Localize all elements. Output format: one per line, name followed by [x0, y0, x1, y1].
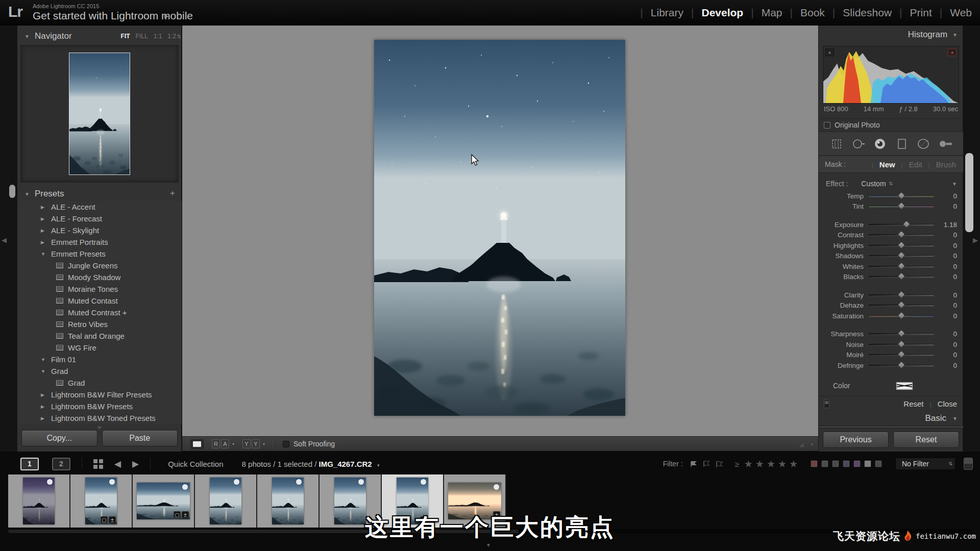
- preset-folder-triangle-icon[interactable]: ▼: [41, 357, 47, 362]
- moire-slider[interactable]: [869, 354, 934, 356]
- preset-folder-triangle-icon[interactable]: ▶: [41, 228, 47, 233]
- zoom-option[interactable]: FIT: [121, 33, 130, 40]
- preset-row[interactable]: ▶ ALE - Skylight: [17, 224, 182, 236]
- effect-close-button[interactable]: Close: [924, 399, 957, 408]
- exposure-slider[interactable]: [869, 224, 934, 226]
- color-label-chip[interactable]: [875, 460, 882, 467]
- identity-plate-caret-icon[interactable]: ▶: [164, 13, 168, 19]
- quick-collection-badge[interactable]: [494, 484, 499, 490]
- split-view-dropdown-icon[interactable]: ▾: [263, 442, 265, 446]
- crop-badge-icon[interactable]: ▢: [101, 516, 108, 523]
- basic-collapse-icon[interactable]: ▼: [952, 416, 958, 421]
- preset-row[interactable]: ▼ Film 01: [17, 354, 182, 365]
- previous-photo-icon[interactable]: ◀: [114, 459, 121, 469]
- color-label-chip[interactable]: [864, 460, 871, 467]
- presets-collapse-icon[interactable]: ▼: [24, 191, 30, 197]
- filmstrip-cell[interactable]: [257, 474, 320, 528]
- preset-row[interactable]: Retro Vibes: [17, 318, 182, 330]
- quick-collection-badge[interactable]: [421, 479, 426, 485]
- filter-enable-switch[interactable]: [964, 458, 973, 470]
- shadows-slider[interactable]: [869, 255, 934, 257]
- filmstrip-cell[interactable]: ±: [444, 474, 506, 528]
- original-photo-checkbox[interactable]: [824, 122, 830, 129]
- color-label-chip[interactable]: [821, 460, 828, 467]
- temp-slider[interactable]: [869, 195, 934, 197]
- quick-collection-badge[interactable]: [358, 479, 364, 485]
- preset-folder-triangle-icon[interactable]: ▼: [41, 252, 47, 257]
- effect-preset-dropdown[interactable]: Custom: [861, 180, 886, 188]
- histogram-collapse-icon[interactable]: ▼: [952, 32, 958, 38]
- preset-row[interactable]: Teal and Orange: [17, 330, 182, 342]
- filmstrip-cell[interactable]: ±: [382, 474, 444, 528]
- collapse-left-panel-icon[interactable]: ◀: [2, 236, 7, 244]
- preset-row[interactable]: ▼ Grad: [17, 365, 182, 377]
- module-tab[interactable]: Slideshow: [825, 7, 892, 19]
- shadow-clipping-button[interactable]: ▲: [825, 48, 834, 56]
- clarity-slider[interactable]: [869, 294, 934, 296]
- preset-row[interactable]: Muted Contrast +: [17, 307, 182, 318]
- left-scrollbar-thumb[interactable]: [9, 185, 15, 198]
- flag-picked-icon[interactable]: [690, 460, 698, 467]
- highlights-slider[interactable]: [869, 245, 934, 246]
- filmstrip-cell[interactable]: [195, 474, 257, 528]
- quick-collection-badge[interactable]: [234, 479, 239, 485]
- quick-collection-badge[interactable]: [296, 479, 302, 485]
- preset-row[interactable]: Moody Shadow: [17, 271, 182, 283]
- module-tab[interactable]: Web: [932, 7, 972, 19]
- add-preset-icon[interactable]: +: [170, 188, 175, 198]
- toolbar-options-caret-icon[interactable]: ▾: [811, 442, 813, 447]
- rating-ge-icon[interactable]: ≥: [735, 460, 739, 468]
- preset-folder-triangle-icon[interactable]: ▶: [41, 416, 47, 421]
- graduated-filter-tool-icon[interactable]: [895, 137, 909, 151]
- photo-thumbnail[interactable]: ±: [448, 483, 501, 519]
- preset-row[interactable]: ▶ Lightroom B&W Toned Presets: [17, 412, 182, 424]
- mask-option[interactable]: Brush: [922, 160, 956, 169]
- photo-thumbnail[interactable]: [23, 478, 55, 524]
- adjustment-badge-icon[interactable]: ±: [109, 516, 116, 523]
- filmstrip-cell[interactable]: ▢ ±: [133, 474, 195, 528]
- zoom-swap-icon[interactable]: ⇅: [177, 34, 181, 39]
- module-tab[interactable]: Library: [632, 7, 683, 19]
- color-label-chip[interactable]: [853, 460, 861, 467]
- color-label-chip[interactable]: [811, 460, 818, 467]
- quick-collection-badge[interactable]: [109, 479, 115, 485]
- after-view-button[interactable]: A: [221, 439, 229, 448]
- soft-proofing-checkbox[interactable]: [283, 441, 289, 447]
- preset-row[interactable]: Jungle Greens: [17, 260, 182, 271]
- filmstrip-cell[interactable]: [8, 474, 70, 528]
- histogram-graph[interactable]: ▲ ▲: [823, 46, 959, 104]
- adjustment-badge-icon[interactable]: ±: [493, 511, 500, 518]
- filmstrip-scrollbar-thumb[interactable]: [8, 530, 519, 533]
- navigator-preview[interactable]: [20, 45, 179, 183]
- color-label-chip[interactable]: [843, 460, 850, 467]
- filmstrip-scrollbar[interactable]: [8, 529, 972, 534]
- preset-row[interactable]: ▶ Emmett Portraits: [17, 236, 182, 248]
- tint-slider[interactable]: [869, 206, 934, 207]
- zoom-option[interactable]: FILL: [136, 33, 148, 40]
- navigator-collapse-icon[interactable]: ▼: [24, 34, 30, 39]
- before-view-button[interactable]: R: [212, 439, 220, 448]
- preset-row[interactable]: ▶ ALE - Accent: [17, 201, 182, 213]
- preset-folder-triangle-icon[interactable]: ▶: [41, 216, 47, 221]
- color-swatch-none[interactable]: [896, 382, 913, 390]
- red-eye-tool-icon[interactable]: [873, 137, 887, 151]
- preset-row[interactable]: Moraine Tones: [17, 283, 182, 295]
- collapse-right-panel-icon[interactable]: ▶: [973, 236, 978, 244]
- second-window-button[interactable]: 2: [52, 458, 70, 470]
- preset-folder-triangle-icon[interactable]: ▼: [41, 369, 47, 374]
- contrast-slider[interactable]: [869, 234, 934, 236]
- zoom-option[interactable]: 1:1: [154, 33, 162, 40]
- presets-header[interactable]: ▼ Presets +: [17, 186, 181, 202]
- zoom-option[interactable]: 1:2: [167, 33, 176, 40]
- dehaze-slider[interactable]: [869, 305, 934, 306]
- effect-reset-button[interactable]: Reset: [903, 399, 923, 408]
- mask-option[interactable]: New: [866, 160, 895, 169]
- effect-swap-icon[interactable]: ⇅: [889, 181, 893, 186]
- quick-collection-badge[interactable]: [182, 484, 188, 490]
- panel-enable-switch[interactable]: [824, 399, 829, 408]
- quick-collection-badge[interactable]: [47, 479, 53, 485]
- color-label-chip[interactable]: [832, 460, 839, 467]
- crop-tool-icon[interactable]: [830, 137, 843, 151]
- reset-button[interactable]: Reset: [893, 432, 959, 448]
- identity-plate-text[interactable]: Get started with Lightroom mobile: [33, 10, 193, 22]
